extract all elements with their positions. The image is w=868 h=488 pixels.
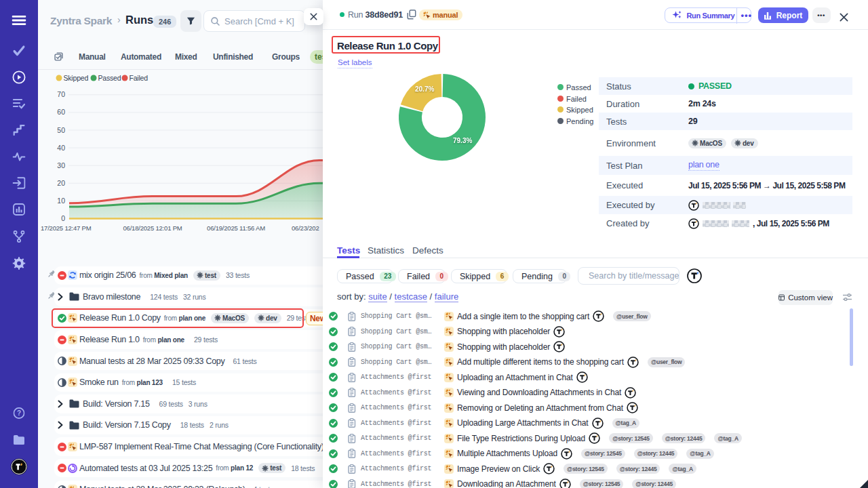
svg-text:30: 30 <box>57 161 65 169</box>
svg-text:Skipped: Skipped <box>64 74 89 82</box>
svg-text:17/2025 12:47 PM: 17/2025 12:47 PM <box>41 224 92 232</box>
svg-text:06/19/2025 11:56 AM: 06/19/2025 11:56 AM <box>207 224 265 232</box>
svg-text:0: 0 <box>61 214 65 222</box>
svg-text:50: 50 <box>57 126 65 134</box>
svg-text:Passed: Passed <box>98 74 121 82</box>
svg-text:?: ? <box>17 409 21 417</box>
svg-text:Failed: Failed <box>130 74 149 82</box>
svg-text:06/18/2025 12:01 PM: 06/18/2025 12:01 PM <box>123 224 182 232</box>
svg-text:60: 60 <box>57 108 65 116</box>
svg-text:20: 20 <box>57 179 65 187</box>
svg-text:79.3%: 79.3% <box>453 137 472 144</box>
svg-text:40: 40 <box>57 144 65 152</box>
svg-text:20.7%: 20.7% <box>415 85 434 93</box>
svg-text:10: 10 <box>57 197 65 205</box>
svg-text:70: 70 <box>57 90 65 98</box>
svg-text:06/23/202: 06/23/202 <box>292 224 319 232</box>
